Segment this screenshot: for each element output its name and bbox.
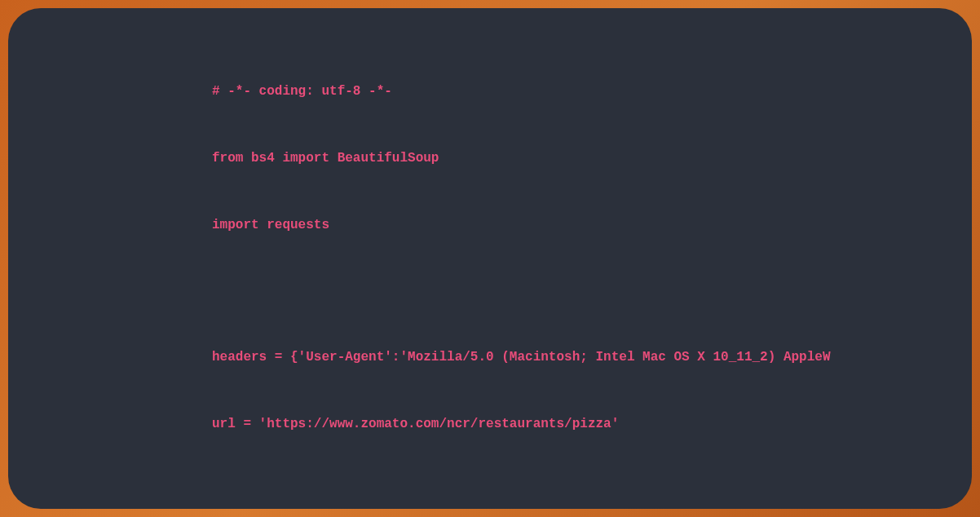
code-line	[212, 480, 939, 502]
code-block: # -*- coding: utf-8 -*- from bs4 import …	[212, 37, 939, 509]
code-line: url = 'https://www.zomato.com/ncr/restau…	[212, 413, 939, 435]
code-editor-panel: # -*- coding: utf-8 -*- from bs4 import …	[8, 8, 972, 509]
code-line	[212, 281, 939, 303]
code-line: headers = {'User-Agent':'Mozilla/5.0 (Ma…	[212, 347, 939, 369]
code-line: # -*- coding: utf-8 -*-	[212, 81, 939, 103]
code-line: import requests	[212, 214, 939, 236]
code-line: from bs4 import BeautifulSoup	[212, 148, 939, 170]
